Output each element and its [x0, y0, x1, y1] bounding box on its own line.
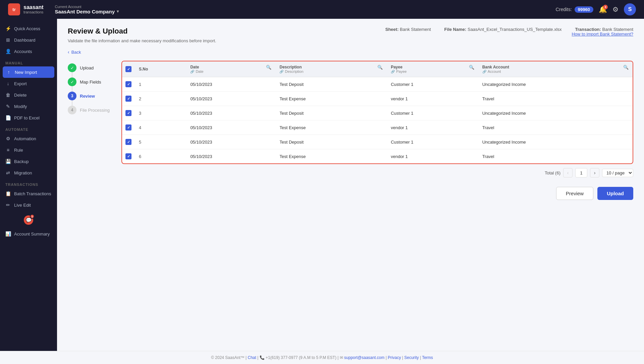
- footer-privacy-link[interactable]: Privacy: [388, 355, 401, 360]
- sidebar-item-label: Migration: [14, 170, 32, 175]
- row-checkbox-cell: [122, 106, 135, 120]
- table-area-wrapper: ✓ Upload ✓ Map Fields 3 Review 4 File Pr…: [68, 61, 633, 164]
- sidebar-item-export[interactable]: ↓ Export: [0, 78, 57, 89]
- sidebar-item-delete[interactable]: 🗑 Delete: [0, 89, 57, 101]
- account-name-selector[interactable]: SaasAnt Demo Company ▾: [55, 9, 119, 14]
- sidebar-item-backup[interactable]: 💾 Backup: [0, 156, 57, 167]
- automate-section-label: AUTOMATE: [0, 123, 57, 133]
- sidebar-item-batch-transactions[interactable]: 📋 Batch Transactions: [0, 188, 57, 199]
- sidebar-item-rule[interactable]: ≡ Rule: [0, 144, 57, 156]
- back-button[interactable]: ‹ Back: [68, 48, 81, 56]
- row-description-1: Test Deposit: [275, 77, 387, 92]
- transactions-section-label: TRANSACTIONS: [0, 178, 57, 188]
- sidebar-item-migration[interactable]: ⇄ Migration: [0, 167, 57, 178]
- credits-area: Credits: 99960: [556, 6, 593, 13]
- row-checkbox-6[interactable]: [125, 153, 131, 159]
- sidebar-item-pdf-to-excel[interactable]: 📄 PDF to Excel: [0, 112, 57, 123]
- notifications-button[interactable]: 🔔 3: [599, 5, 607, 13]
- sidebar-item-live-edit[interactable]: ✏ Live Edit: [0, 199, 57, 211]
- payee-search-icon[interactable]: 🔍: [469, 65, 474, 70]
- chevron-down-icon: ▾: [117, 9, 119, 14]
- sidebar-item-label: Quick Access: [14, 26, 40, 31]
- next-page-button[interactable]: ›: [590, 168, 599, 177]
- row-checkbox-3[interactable]: [125, 110, 131, 116]
- row-checkbox-1[interactable]: [125, 81, 131, 87]
- settings-button[interactable]: ⚙: [612, 5, 619, 13]
- steps-sidebar: ✓ Upload ✓ Map Fields 3 Review 4 File Pr…: [68, 61, 121, 164]
- main-content: Review & Upload Sheet: Bank Statement Fi…: [57, 19, 644, 351]
- footer-phone: +1(619) 377-0977 (9 A.M to 5 P.M EST): [266, 355, 336, 360]
- pagination-row: Total (6) ‹ › 10 / page 20 / page 50 / p…: [68, 164, 633, 181]
- page-size-select[interactable]: 10 / page 20 / page 50 / page: [602, 169, 633, 177]
- select-all-checkbox[interactable]: [125, 66, 131, 72]
- sidebar-item-label: Modify: [14, 104, 27, 109]
- footer-email-icon: ✉: [340, 355, 343, 360]
- account-selector: Current Account SaasAnt Demo Company ▾: [55, 5, 119, 14]
- link-icon-payee: 🔗: [391, 70, 395, 73]
- step-fileprocessing-icon: 4: [68, 106, 76, 114]
- sidebar-item-label: New Import: [15, 70, 37, 75]
- footer-email-link[interactable]: support@saasant.com: [344, 355, 384, 360]
- bank-search-icon[interactable]: 🔍: [623, 65, 629, 70]
- table-row: 4 05/10/2023 Test Expense vendor 1 Trave…: [122, 120, 633, 135]
- date-search-icon[interactable]: 🔍: [266, 65, 271, 70]
- step-upload-label: Upload: [80, 65, 94, 70]
- step-map-fields: ✓ Map Fields: [68, 77, 101, 86]
- lightning-icon: ⚡: [5, 26, 11, 31]
- account-name-text: SaasAnt Demo Company: [55, 9, 115, 14]
- table-row: 5 05/10/2023 Test Deposit Customer 1 Unc…: [122, 135, 633, 149]
- row-payee-5: Customer 1: [387, 135, 478, 149]
- batch-icon: 📋: [5, 191, 11, 196]
- back-label: Back: [71, 50, 81, 55]
- how-to-link[interactable]: How to import Bank Statement?: [572, 32, 633, 37]
- sidebar-item-account-summary[interactable]: 📊 Account Summary: [0, 228, 57, 240]
- table-header-row: S.No Date 🔗 Date 🔍: [122, 61, 633, 77]
- sidebar-item-accounts[interactable]: 👤 Accounts: [0, 46, 57, 57]
- payee-col-header: Payee 🔗 Payee 🔍: [387, 61, 478, 77]
- page-number-input[interactable]: [575, 168, 587, 177]
- sheet-info: Sheet: Bank Statement: [385, 27, 431, 32]
- row-payee-1: Customer 1: [387, 77, 478, 92]
- app-logo: tr: [8, 3, 20, 15]
- notification-count: 3: [603, 5, 608, 9]
- sidebar-item-modify[interactable]: ✎ Modify: [0, 101, 57, 112]
- row-date-5: 05/10/2023: [186, 135, 275, 149]
- sidebar-item-label: Backup: [14, 159, 29, 164]
- row-checkbox-cell: [122, 77, 135, 92]
- sidebar-item-quick-access[interactable]: ⚡ Quick Access: [0, 23, 57, 34]
- select-all-col: [122, 61, 135, 77]
- back-arrow-icon: ‹: [68, 49, 69, 55]
- link-icon-desc: 🔗: [279, 70, 283, 73]
- footer-terms-link[interactable]: Terms: [422, 355, 433, 360]
- row-description-4: Test Expense: [275, 120, 387, 135]
- logo-initials: tr: [12, 7, 15, 12]
- page-meta-row: Sheet: Bank Statement File Name: SaasAnt…: [385, 27, 633, 32]
- sidebar-item-label: Live Edit: [14, 203, 31, 208]
- step-review: 3 Review: [68, 92, 95, 100]
- filename-label: File Name:: [444, 27, 467, 32]
- upload-button[interactable]: Upload: [597, 187, 633, 200]
- chat-button[interactable]: 💬 1: [24, 215, 33, 225]
- sidebar-item-new-import[interactable]: ↑ New Import: [3, 66, 54, 78]
- footer-phone-icon: 📞: [260, 355, 265, 360]
- row-checkbox-5[interactable]: [125, 139, 131, 145]
- sidebar-item-dashboard[interactable]: ⊞ Dashboard: [0, 34, 57, 46]
- step-review-icon: 3: [68, 92, 76, 100]
- sidebar-item-label: Automation: [14, 136, 36, 141]
- sidebar-item-automation[interactable]: ⚙ Automation: [0, 133, 57, 144]
- description-search-icon[interactable]: 🔍: [377, 65, 383, 70]
- row-bank-account-5: Uncategorized Income: [478, 135, 633, 149]
- row-checkbox-4[interactable]: [125, 124, 131, 131]
- step-connector-3: [72, 100, 72, 106]
- preview-button[interactable]: Preview: [556, 187, 593, 200]
- row-checkbox-2[interactable]: [125, 96, 131, 102]
- avatar[interactable]: S: [624, 3, 636, 15]
- footer-security-link[interactable]: Security: [404, 355, 419, 360]
- footer-chat-link[interactable]: Chat: [248, 355, 256, 360]
- table-row: 1 05/10/2023 Test Deposit Customer 1 Unc…: [122, 77, 633, 92]
- page-header-row: Review & Upload Sheet: Bank Statement Fi…: [68, 27, 633, 37]
- app-subtitle: transactions: [23, 10, 44, 14]
- backup-icon: 💾: [5, 159, 11, 164]
- prev-page-button[interactable]: ‹: [563, 168, 573, 177]
- row-date-6: 05/10/2023: [186, 149, 275, 164]
